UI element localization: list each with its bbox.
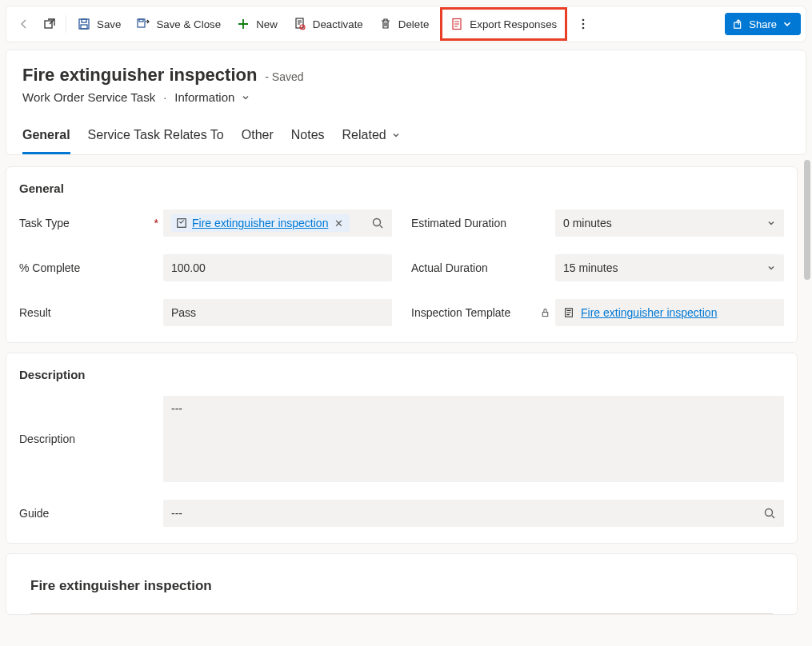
form-selector[interactable]: Information (174, 90, 250, 104)
percent-complete-field[interactable]: 100.00 (163, 254, 392, 281)
overflow-button[interactable] (570, 11, 596, 37)
task-type-link[interactable]: Fire extinguisher inspection (192, 217, 328, 229)
delete-label: Delete (398, 18, 430, 30)
deactivate-label: Deactivate (313, 18, 363, 30)
chevron-down-icon (391, 130, 401, 140)
svg-rect-0 (45, 21, 52, 28)
tab-relates-to[interactable]: Service Task Relates To (88, 122, 224, 154)
guide-field[interactable]: --- (163, 500, 784, 527)
est-duration-value: 0 minutes (563, 217, 612, 229)
section-general-title: General (19, 181, 784, 195)
pdf-icon (450, 18, 463, 30)
svg-rect-5 (139, 19, 143, 22)
save-label: Save (97, 18, 121, 30)
svg-rect-2 (82, 19, 86, 22)
export-responses-button[interactable]: Export Responses (446, 11, 562, 37)
save-close-label: Save & Close (156, 18, 221, 30)
result-value: Pass (171, 306, 196, 319)
popout-button[interactable] (37, 11, 62, 37)
record-title: Fire extinguisher inspection (22, 65, 257, 85)
save-close-button[interactable]: Save & Close (129, 11, 229, 37)
est-duration-label: Estimated Duration (411, 217, 555, 229)
description-field[interactable]: --- (163, 396, 784, 482)
tab-other[interactable]: Other (242, 122, 274, 154)
description-label: Description (19, 433, 163, 445)
new-label: New (256, 18, 278, 30)
record-header: Fire extinguisher inspection - Saved Wor… (6, 50, 806, 155)
back-button[interactable] (11, 11, 37, 37)
svg-rect-15 (542, 312, 548, 316)
scrollbar-thumb[interactable] (804, 160, 810, 280)
svg-point-10 (582, 23, 585, 26)
deactivate-icon (294, 18, 306, 30)
section-general: General Task Type * Fire extinguisher in… (6, 166, 798, 343)
svg-point-14 (374, 219, 381, 226)
task-type-label: Task Type (19, 217, 70, 229)
form-tabs: General Service Task Relates To Other No… (22, 122, 790, 154)
share-icon (733, 18, 744, 30)
trash-icon (379, 18, 392, 30)
template-icon (563, 307, 574, 318)
more-vertical-icon (577, 18, 590, 30)
svg-rect-3 (81, 25, 87, 29)
chevron-down-icon (782, 18, 793, 30)
tab-notes[interactable]: Notes (291, 122, 325, 154)
svg-rect-13 (178, 219, 186, 228)
guide-label: Guide (19, 507, 163, 520)
chevron-down-icon (766, 218, 776, 228)
command-bar: Save Save & Close New Deactivate Delete … (6, 6, 806, 42)
act-duration-field[interactable]: 15 minutes (555, 254, 784, 281)
export-responses-highlight: Export Responses (440, 7, 567, 41)
result-label: Result (19, 306, 163, 319)
svg-point-9 (582, 19, 585, 22)
divider (30, 613, 773, 614)
export-responses-label: Export Responses (470, 18, 557, 30)
save-icon (78, 18, 90, 30)
lock-icon (540, 308, 550, 318)
save-close-icon (137, 18, 150, 30)
toolbar-separator (66, 15, 66, 33)
description-value: --- (171, 402, 182, 415)
svg-rect-4 (138, 19, 145, 27)
tab-general[interactable]: General (22, 122, 70, 154)
share-button[interactable]: Share (725, 13, 801, 35)
est-duration-field[interactable]: 0 minutes (555, 209, 784, 237)
tab-related[interactable]: Related (342, 122, 401, 154)
task-type-field[interactable]: Fire extinguisher inspection ✕ (163, 209, 392, 237)
dot-separator: · (163, 90, 166, 104)
plus-icon (237, 18, 250, 30)
svg-point-17 (766, 509, 773, 516)
arrow-left-icon (18, 18, 30, 30)
entity-name: Work Order Service Task (22, 90, 155, 104)
inspection-template-field[interactable]: Fire extinguisher inspection (555, 299, 784, 326)
result-field[interactable]: Pass (163, 299, 392, 326)
chevron-down-icon (766, 263, 776, 273)
record-saved-state: - Saved (265, 70, 303, 83)
search-icon[interactable] (763, 507, 776, 520)
svg-rect-12 (734, 22, 741, 28)
inspection-template-link[interactable]: Fire extinguisher inspection (581, 306, 717, 319)
percent-complete-value: 100.00 (171, 261, 206, 274)
new-button[interactable]: New (229, 11, 286, 37)
section-inspection-embed: Fire extinguisher inspection (6, 553, 798, 615)
popout-icon (43, 18, 56, 30)
guide-value: --- (171, 507, 182, 520)
inspection-embed-title: Fire extinguisher inspection (30, 578, 773, 594)
delete-button[interactable]: Delete (371, 11, 438, 37)
task-icon (176, 217, 187, 229)
chevron-down-icon (241, 93, 250, 102)
act-duration-value: 15 minutes (563, 261, 618, 274)
share-label: Share (749, 18, 777, 30)
task-type-remove[interactable]: ✕ (333, 217, 345, 229)
deactivate-button[interactable]: Deactivate (286, 11, 371, 37)
form-name: Information (174, 90, 234, 104)
save-button[interactable]: Save (70, 11, 129, 37)
search-icon[interactable] (371, 217, 384, 229)
section-description: Description Description --- Guide --- (6, 353, 798, 544)
act-duration-label: Actual Duration (411, 261, 555, 274)
svg-point-11 (582, 27, 585, 30)
inspection-template-label: Inspection Template (411, 306, 555, 319)
percent-complete-label: % Complete (19, 261, 163, 274)
section-description-title: Description (19, 368, 784, 381)
task-type-lookup-pill[interactable]: Fire extinguisher inspection ✕ (171, 214, 350, 232)
